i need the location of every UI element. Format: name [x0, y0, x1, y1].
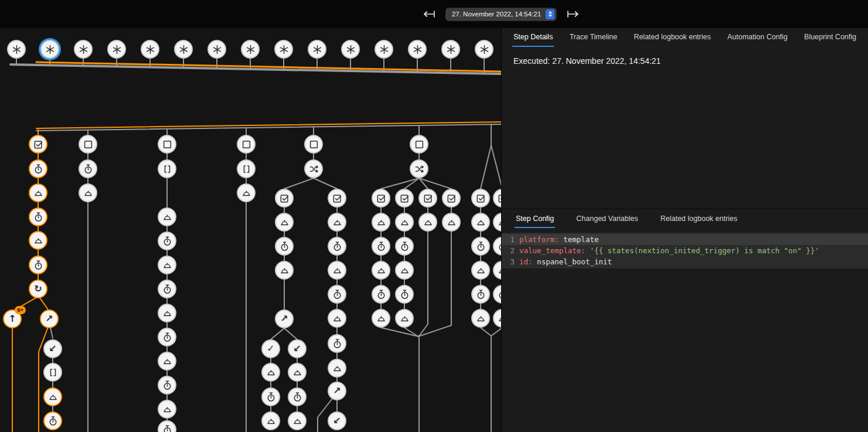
trace-node-dome[interactable]: [493, 261, 501, 280]
trace-node-square[interactable]: [237, 135, 256, 154]
trace-node-dome[interactable]: [328, 359, 346, 377]
trace-node-dome[interactable]: [493, 309, 501, 328]
trace-node-stopwatch[interactable]: [29, 208, 47, 226]
trace-node-dome[interactable]: [418, 213, 437, 232]
trace-node-dome[interactable]: [158, 400, 176, 419]
trace-node-stopwatch[interactable]: [328, 285, 346, 304]
trace-node-repeat[interactable]: ↻: [29, 280, 47, 298]
trace-node-check-square[interactable]: [442, 189, 461, 208]
trace-node-check-square[interactable]: [418, 189, 437, 208]
trace-picker-select[interactable]: 27. November 2022, 14:54:21: [446, 8, 556, 21]
trace-node-dome[interactable]: [261, 363, 280, 382]
trace-node-dome[interactable]: [328, 213, 346, 232]
trace-node-stopwatch[interactable]: [328, 334, 346, 353]
tab-trace-timeline[interactable]: Trace Timeline: [569, 28, 619, 47]
trace-node-check-square[interactable]: [493, 189, 501, 208]
trace-node-stopwatch[interactable]: [43, 411, 62, 430]
trace-node-check-square[interactable]: [275, 189, 294, 208]
tab-step-config[interactable]: Step Config: [515, 210, 555, 228]
trace-node-stopwatch[interactable]: [158, 232, 176, 250]
trigger-node[interactable]: [274, 40, 293, 59]
trace-node-square[interactable]: [79, 135, 97, 154]
trace-node-check-square[interactable]: [372, 189, 390, 208]
previous-trace-button[interactable]: [420, 8, 438, 20]
trace-node-brackets[interactable]: [43, 363, 62, 382]
next-trace-button[interactable]: [564, 8, 582, 20]
trace-node-dome[interactable]: [395, 309, 414, 328]
trigger-node[interactable]: [375, 40, 393, 59]
trace-node-stopwatch[interactable]: [29, 159, 47, 178]
trace-node-arrow-sw[interactable]: ↙: [328, 411, 346, 430]
trace-node-stopwatch[interactable]: [158, 376, 176, 394]
trace-node-dome[interactable]: [237, 183, 256, 202]
trace-node-arrow-up[interactable]: ↑9+: [3, 309, 22, 328]
trace-node-split[interactable]: [304, 159, 323, 178]
trace-node-stopwatch[interactable]: [493, 237, 501, 256]
trace-node-stopwatch[interactable]: [158, 328, 176, 346]
trace-node-check-square[interactable]: [29, 135, 47, 154]
trace-node-check[interactable]: ✓: [261, 339, 280, 358]
trace-node-dome[interactable]: [29, 183, 47, 202]
trigger-node[interactable]: [207, 40, 226, 59]
tab-blueprint-config[interactable]: Blueprint Config: [803, 28, 857, 47]
trace-node-dome[interactable]: [43, 387, 62, 406]
trace-node-brackets[interactable]: [158, 159, 176, 178]
trace-node-dome[interactable]: [471, 213, 490, 232]
trace-node-dome[interactable]: [395, 261, 414, 280]
tab-related-logbook-entries[interactable]: Related logbook entries: [632, 28, 712, 47]
trace-node-stopwatch[interactable]: [158, 420, 176, 432]
trace-node-stopwatch[interactable]: [29, 256, 47, 274]
trace-node-stopwatch[interactable]: [328, 237, 346, 256]
trace-node-stopwatch[interactable]: [471, 237, 490, 256]
trace-node-arrow-sw[interactable]: ↙: [43, 339, 62, 358]
trace-node-stopwatch[interactable]: [275, 237, 294, 256]
trace-node-dome[interactable]: [158, 304, 176, 322]
trace-node-stopwatch[interactable]: [395, 237, 414, 256]
trace-node-stopwatch[interactable]: [395, 285, 414, 304]
trigger-node[interactable]: [40, 40, 59, 59]
trace-node-stopwatch[interactable]: [372, 285, 390, 304]
trigger-node[interactable]: [408, 40, 427, 59]
trace-node-dome[interactable]: [261, 411, 280, 430]
trigger-node[interactable]: [241, 40, 260, 59]
trace-node-arrow-ne[interactable]: ↗: [40, 309, 59, 328]
trace-node-dome[interactable]: [372, 309, 390, 328]
trace-node-dome[interactable]: [493, 213, 501, 232]
trace-node-dome[interactable]: [471, 309, 490, 328]
tab-step-details[interactable]: Step Details: [512, 28, 554, 47]
trace-node-check-square[interactable]: [328, 189, 346, 208]
trace-node-square[interactable]: [158, 135, 176, 154]
trace-node-stopwatch[interactable]: [261, 387, 280, 406]
trace-node-dome[interactable]: [29, 231, 47, 250]
trace-node-dome[interactable]: [79, 183, 97, 202]
trace-node-arrow-ne[interactable]: ↗: [328, 382, 346, 400]
trace-node-split[interactable]: [410, 159, 428, 178]
trigger-node[interactable]: [341, 40, 360, 59]
trace-node-dome[interactable]: [471, 261, 490, 280]
trace-node-dome[interactable]: [328, 309, 346, 328]
trace-node-arrow-sw[interactable]: ↙: [288, 339, 307, 358]
trace-node-dome[interactable]: [275, 261, 294, 280]
trigger-node[interactable]: [174, 40, 193, 59]
tab-related-logbook-entries[interactable]: Related logbook entries: [659, 210, 738, 228]
trace-node-dome[interactable]: [442, 213, 461, 232]
trace-node-dome[interactable]: [158, 256, 176, 274]
trace-node-stopwatch[interactable]: [471, 285, 490, 304]
trigger-node[interactable]: [141, 40, 159, 59]
trigger-node[interactable]: [475, 40, 493, 59]
trigger-node[interactable]: [7, 40, 26, 59]
trace-node-arrow-ne[interactable]: ↗: [275, 309, 294, 328]
trace-node-dome[interactable]: [372, 261, 390, 280]
trace-node-check-square[interactable]: [471, 189, 490, 208]
trigger-node[interactable]: [441, 40, 460, 59]
trace-node-stopwatch[interactable]: [372, 237, 390, 256]
trace-node-dome[interactable]: [395, 213, 414, 232]
trace-node-dome[interactable]: [158, 352, 176, 370]
tab-automation-config[interactable]: Automation Config: [726, 28, 789, 47]
trace-node-dome[interactable]: [328, 261, 346, 280]
trace-node-brackets[interactable]: [237, 159, 256, 178]
trace-node-stopwatch[interactable]: [493, 285, 501, 304]
trace-node-dome[interactable]: [158, 208, 176, 226]
trace-node-stopwatch[interactable]: [288, 387, 307, 406]
trace-node-check-square[interactable]: [395, 189, 414, 208]
